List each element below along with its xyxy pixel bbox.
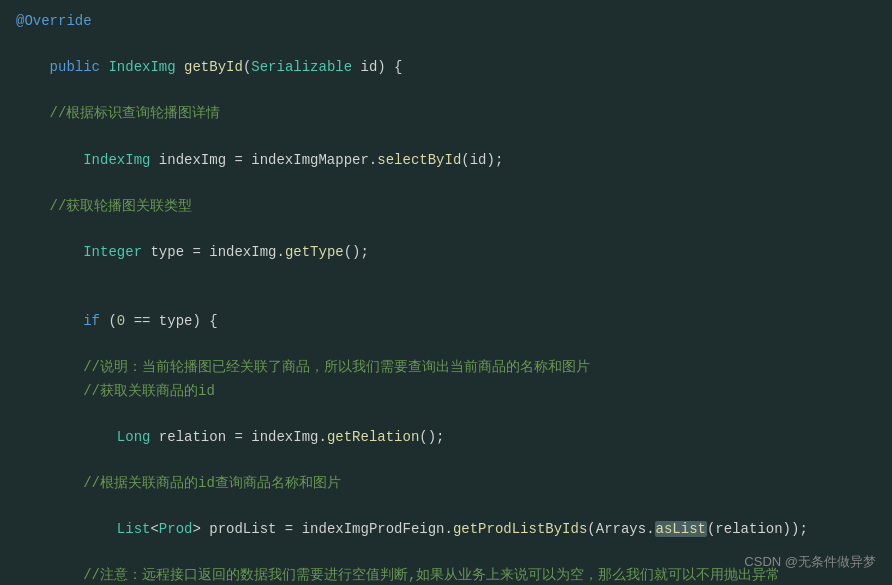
code-line-9: //获取关联商品的id xyxy=(16,380,876,403)
code-editor: @Override public IndexImg getById(Serial… xyxy=(0,0,892,585)
code-line-5: //获取轮播图关联类型 xyxy=(16,195,876,218)
code-line-4: IndexImg indexImg = indexImgMapper.selec… xyxy=(16,125,876,194)
code-line-8: //说明：当前轮播图已经关联了商品，所以我们需要查询出当前商品的名称和图片 xyxy=(16,356,876,379)
code-line-11: //根据关联商品的id查询商品名称和图片 xyxy=(16,472,876,495)
code-line-1: @Override xyxy=(16,10,876,33)
code-line-10: Long relation = indexImg.getRelation(); xyxy=(16,403,876,472)
code-line-7: if (0 == type) { xyxy=(16,287,876,356)
code-line-3: //根据标识查询轮播图详情 xyxy=(16,102,876,125)
code-line-6: Integer type = indexImg.getType(); xyxy=(16,218,876,287)
watermark: CSDN @无条件做异梦 xyxy=(744,552,876,573)
code-line-2: public IndexImg getById(Serializable id)… xyxy=(16,33,876,102)
